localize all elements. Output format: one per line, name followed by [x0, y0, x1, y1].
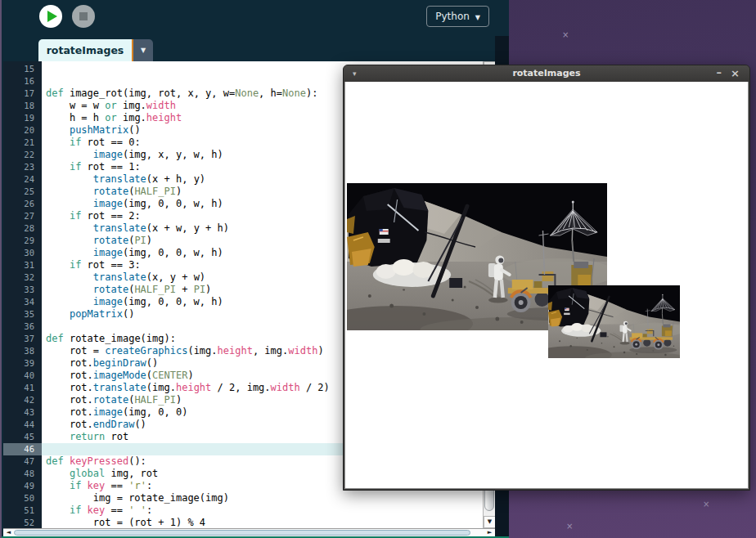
- code-line-text: pushMatrix(): [42, 124, 141, 137]
- desktop-mark: ×: [703, 500, 709, 509]
- code-line-text: popMatrix(): [42, 308, 134, 321]
- horizontal-scroll-thumb[interactable]: [14, 530, 470, 536]
- code-line-text: rot.image(img, 0, 0): [42, 406, 187, 419]
- code-line-text: [42, 63, 46, 75]
- line-number: 18: [3, 100, 42, 112]
- code-line-text: rotate(PI): [42, 235, 152, 247]
- line-number: 44: [3, 419, 42, 431]
- line-number: 52: [3, 517, 42, 528]
- run-button[interactable]: [39, 5, 62, 28]
- line-number: 42: [3, 394, 42, 406]
- code-line-text: h = h or img.height: [42, 112, 182, 124]
- line-number: 48: [3, 468, 42, 480]
- line-number: 16: [3, 75, 42, 87]
- code-line-text: def rotate_image(img):: [42, 333, 176, 345]
- close-button[interactable]: ×: [731, 65, 740, 81]
- code-line-text: [42, 75, 46, 87]
- code-line-text: rotate(HALF_PI): [42, 186, 182, 198]
- line-number: 20: [3, 124, 42, 137]
- scroll-left-button[interactable]: ◄: [3, 529, 14, 536]
- line-number: 19: [3, 112, 42, 124]
- code-line-text: def image_rot(img, rot, x, y, w=None, h=…: [42, 87, 317, 100]
- code-line-text: image(img, 0, 0, w, h): [42, 198, 223, 210]
- line-number: 36: [3, 321, 42, 333]
- code-line-text: rot = (rot + 1) % 4: [42, 517, 205, 528]
- code-line-text: translate(x, y + w): [42, 271, 205, 284]
- code-line[interactable]: 51 if key == ' ':: [3, 504, 483, 517]
- line-number: 27: [3, 210, 42, 222]
- line-number: 34: [3, 296, 42, 308]
- code-line-text: if rot == 0:: [42, 137, 141, 149]
- code-line-text: image(img, 0, 0, w, h): [42, 247, 223, 259]
- code-line-text: rot.endDraw(): [42, 419, 146, 431]
- code-line-text: if rot == 1:: [42, 161, 141, 173]
- mode-label: Python: [435, 11, 470, 22]
- stop-button[interactable]: [72, 5, 95, 28]
- code-line-text: rot.beginDraw(): [42, 357, 158, 370]
- code-line-text: rotate(HALF_PI + PI): [42, 284, 211, 296]
- line-number: 24: [3, 173, 42, 186]
- code-line-text: if key == 'r':: [42, 480, 152, 492]
- code-line-text: def keyPressed():: [42, 455, 146, 468]
- line-number: 51: [3, 504, 42, 517]
- minimize-button[interactable]: –: [717, 65, 722, 80]
- desktop-mark: ×: [562, 31, 569, 39]
- line-number: 23: [3, 161, 42, 173]
- line-number: 33: [3, 284, 42, 296]
- line-number: 43: [3, 406, 42, 419]
- mode-dropdown-button[interactable]: Python ▼: [426, 6, 489, 27]
- chevron-down-icon: ▼: [475, 14, 480, 21]
- line-number: 15: [3, 63, 42, 75]
- play-icon: [47, 11, 57, 22]
- ide-toolbar: Python ▼: [3, 0, 509, 36]
- code-line-text: image(img, x, y, w, h): [42, 149, 223, 161]
- line-number: 49: [3, 480, 42, 492]
- line-number: 32: [3, 271, 42, 284]
- code-line-text: if rot == 3:: [42, 259, 141, 271]
- line-number: 37: [3, 333, 42, 345]
- sketch-titlebar[interactable]: ▾ rotateImages – ×: [344, 65, 749, 82]
- code-line-text: image(img, 0, 0, w, h): [42, 296, 223, 308]
- desktop-mark: ×: [566, 522, 573, 531]
- line-number: 25: [3, 186, 42, 198]
- code-line[interactable]: 50 img = rotate_image(img): [3, 492, 483, 504]
- code-line-text: [42, 443, 46, 455]
- code-line-text: img = rotate_image(img): [42, 492, 229, 504]
- scroll-right-button[interactable]: ►: [484, 529, 495, 536]
- code-line-text: [42, 321, 46, 333]
- code-line-text: if rot == 2:: [42, 210, 141, 222]
- tab-menu-button[interactable]: ▼: [133, 39, 153, 61]
- line-number: 35: [3, 308, 42, 321]
- line-number: 22: [3, 149, 42, 161]
- sketch-window: ▾ rotateImages – ×: [343, 65, 750, 491]
- code-line-text: translate(x + h, y): [42, 173, 205, 186]
- code-line-text: w = w or img.width: [42, 100, 176, 112]
- editor-tab-bar: rotateImages ▼: [3, 36, 509, 61]
- code-line-text: if key == ' ':: [42, 504, 152, 517]
- line-number: 28: [3, 222, 42, 235]
- code-line-text: rot.translate(img.height / 2, img.width …: [42, 382, 330, 394]
- scroll-down-button[interactable]: ▼: [484, 516, 496, 528]
- line-number: 46: [3, 443, 42, 455]
- code-line-text: rot.rotate(HALF_PI): [42, 394, 182, 406]
- line-number: 40: [3, 370, 42, 382]
- line-number: 29: [3, 235, 42, 247]
- line-number: 38: [3, 345, 42, 357]
- tab-rotateImages[interactable]: rotateImages: [38, 39, 132, 61]
- stop-icon: [79, 12, 88, 20]
- horizontal-scrollbar[interactable]: ◄ ►: [3, 528, 495, 536]
- line-number: 26: [3, 198, 42, 210]
- line-number: 41: [3, 382, 42, 394]
- code-line-text: translate(x + w, y + h): [42, 222, 229, 235]
- line-number: 45: [3, 431, 42, 443]
- line-number: 21: [3, 137, 42, 149]
- code-line-text: return rot: [42, 431, 128, 443]
- sketch-canvas[interactable]: [344, 82, 749, 489]
- moon-image-small: [548, 285, 680, 358]
- sketch-window-title: rotateImages: [344, 65, 749, 82]
- code-line-text: rot = createGraphics(img.height, img.wid…: [42, 345, 324, 357]
- line-number: 47: [3, 455, 42, 468]
- line-number: 31: [3, 259, 42, 271]
- code-line[interactable]: 52 rot = (rot + 1) % 4: [3, 517, 483, 528]
- line-number: 50: [3, 492, 42, 504]
